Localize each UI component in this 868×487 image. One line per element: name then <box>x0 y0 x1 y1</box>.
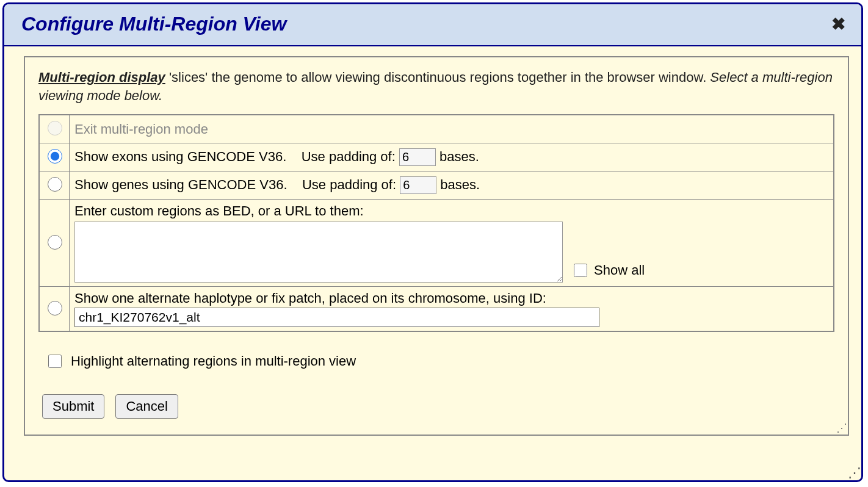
option-row-genes: Show genes using GENCODE V36. Use paddin… <box>39 171 834 200</box>
dialog-resize-grip-icon[interactable]: ⋰ <box>848 467 860 479</box>
close-icon[interactable]: ✖ <box>831 14 849 34</box>
radio-exons[interactable] <box>48 149 62 164</box>
cancel-button[interactable]: Cancel <box>115 394 178 419</box>
textarea-custom-bed[interactable] <box>74 222 563 283</box>
submit-button[interactable]: Submit <box>42 394 104 419</box>
radio-genes[interactable] <box>48 177 62 192</box>
option-row-custom: Enter custom regions as BED, or a URL to… <box>39 200 834 287</box>
custom-label: Enter custom regions as BED, or a URL to… <box>74 203 364 218</box>
inner-panel: Multi-region display 'slices' the genome… <box>24 56 849 436</box>
label-custom-cell: Enter custom regions as BED, or a URL to… <box>70 200 834 287</box>
option-row-exit: Exit multi-region mode <box>39 115 834 143</box>
checkbox-showall-wrapper[interactable]: Show all <box>571 262 645 283</box>
intro-rest: 'slices' the genome to allow viewing dis… <box>165 70 711 85</box>
button-row: Submit Cancel <box>42 394 834 419</box>
dialog-configure-multi-region: Configure Multi-Region View ✖ Multi-regi… <box>2 2 863 482</box>
input-exons-padding[interactable] <box>399 148 436 166</box>
resize-grip-icon[interactable]: ⋰ <box>836 423 846 433</box>
radio-custom[interactable] <box>48 235 62 250</box>
radio-exit <box>48 121 62 135</box>
dialog-body: Multi-region display 'slices' the genome… <box>4 46 861 448</box>
highlight-row: Highlight alternating regions in multi-r… <box>46 353 834 370</box>
highlight-label: Highlight alternating regions in multi-r… <box>71 353 356 369</box>
input-haplo-id[interactable] <box>74 308 599 327</box>
label-exons: Show exons using GENCODE V36. Use paddin… <box>70 143 834 171</box>
option-row-exons: Show exons using GENCODE V36. Use paddin… <box>39 143 834 171</box>
exons-suffix: bases. <box>436 149 479 164</box>
haplo-label: Show one alternate haplotype or fix patc… <box>74 290 546 306</box>
intro-text: Multi-region display 'slices' the genome… <box>38 68 834 104</box>
checkbox-showall[interactable] <box>574 264 587 277</box>
option-row-haplo: Show one alternate haplotype or fix patc… <box>39 287 834 332</box>
genes-prefix: Show genes using GENCODE V36. Use paddin… <box>74 177 400 192</box>
options-table: Exit multi-region mode Show exons using … <box>38 114 834 332</box>
label-genes: Show genes using GENCODE V36. Use paddin… <box>70 171 834 200</box>
intro-strong: Multi-region display <box>38 70 165 85</box>
input-genes-padding[interactable] <box>400 176 436 194</box>
dialog-title: Configure Multi-Region View <box>21 13 286 35</box>
showall-label: Show all <box>594 262 645 278</box>
genes-suffix: bases. <box>436 177 480 192</box>
exons-prefix: Show exons using GENCODE V36. Use paddin… <box>74 149 399 164</box>
radio-haplo[interactable] <box>48 301 62 316</box>
checkbox-highlight[interactable] <box>48 355 62 368</box>
dialog-header: Configure Multi-Region View ✖ <box>4 4 861 46</box>
label-haplo-cell: Show one alternate haplotype or fix patc… <box>70 287 834 332</box>
label-exit: Exit multi-region mode <box>70 115 834 143</box>
